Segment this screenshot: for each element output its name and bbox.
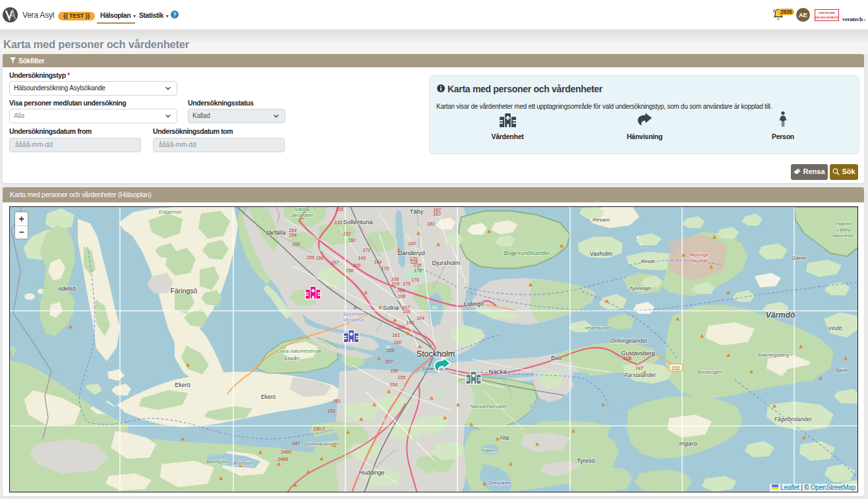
- svg-text:175: 175: [403, 281, 411, 286]
- svg-text:176: 176: [411, 278, 419, 282]
- svg-text:Järvafältet: Järvafältet: [290, 212, 314, 218]
- svg-text:Huddinge: Huddinge: [359, 469, 385, 476]
- svg-text:163: 163: [406, 320, 414, 325]
- svg-text:171: 171: [362, 248, 370, 252]
- svg-text:Storskogen: Storskogen: [697, 369, 722, 375]
- svg-text:156: 156: [316, 256, 324, 260]
- svg-text:159: 159: [386, 348, 394, 353]
- svg-text:Nacka: Nacka: [489, 368, 507, 375]
- svg-text:Boo: Boo: [551, 355, 562, 361]
- svg-text:Bornsjön: Bornsjön: [206, 459, 227, 465]
- svg-text:Västra: Västra: [295, 207, 309, 212]
- svg-text:Myttinge: Myttinge: [690, 252, 709, 258]
- svg-text:Farstalandet: Farstalandet: [624, 372, 656, 378]
- svg-text:151: 151: [328, 409, 335, 413]
- svg-text:Ekerö: Ekerö: [261, 394, 275, 400]
- svg-text:1460: 1460: [281, 450, 291, 454]
- svg-text:Solna: Solna: [383, 304, 399, 311]
- svg-text:163: 163: [397, 325, 405, 330]
- svg-text:Rindö: Rindö: [641, 258, 655, 264]
- svg-text:Flaten: Flaten: [482, 448, 496, 454]
- svg-text:Ingarö: Ingarö: [680, 440, 698, 447]
- svg-text:156: 156: [390, 368, 398, 373]
- svg-text:Djursholm: Djursholm: [432, 259, 461, 266]
- svg-text:Bromma: Bromma: [345, 317, 363, 323]
- svg-text:Bogesundslandet: Bogesundslandet: [504, 250, 550, 256]
- svg-text:Hjälmö: Hjälmö: [836, 221, 851, 227]
- svg-text:Resarö: Resarö: [593, 217, 610, 223]
- svg-text:Stockholm: Stockholm: [417, 349, 455, 359]
- svg-text:Ormingelandet: Ormingelandet: [610, 338, 647, 344]
- svg-text:151: 151: [623, 356, 631, 361]
- svg-text:Danderyd: Danderyd: [397, 249, 424, 256]
- svg-text:Gustavsberg: Gustavsberg: [621, 350, 654, 357]
- svg-text:182: 182: [433, 212, 441, 216]
- svg-text:Nackareservatet: Nackareservatet: [471, 403, 507, 409]
- svg-text:155: 155: [397, 375, 405, 380]
- svg-text:Gömmarskogen: Gömmarskogen: [304, 441, 339, 447]
- svg-text:181: 181: [427, 221, 435, 226]
- svg-text:758: 758: [345, 268, 353, 273]
- svg-text:166: 166: [403, 309, 411, 314]
- svg-text:164: 164: [417, 316, 424, 320]
- svg-text:Lova naturreservat: Lova naturreservat: [277, 348, 322, 354]
- svg-text:178: 178: [414, 268, 422, 273]
- svg-text:naturreser.: naturreser.: [832, 233, 855, 239]
- svg-text:Eldgarnsö: Eldgarnsö: [159, 209, 181, 215]
- svg-text:144: 144: [374, 260, 382, 264]
- svg-text:Stockholm: Stockholm: [342, 311, 365, 317]
- svg-text:160: 160: [408, 241, 416, 246]
- svg-text:1466: 1466: [277, 457, 288, 461]
- svg-text:154: 154: [390, 382, 397, 387]
- svg-text:169: 169: [391, 281, 399, 286]
- svg-text:Vaxholm: Vaxholm: [590, 250, 612, 257]
- svg-text:157: 157: [331, 260, 339, 265]
- svg-text:Tyresö: Tyresö: [577, 457, 594, 464]
- svg-text:Fågelbrolandet: Fågelbrolandet: [774, 416, 812, 423]
- svg-text:Ekerö: Ekerö: [175, 382, 190, 388]
- svg-text:Vindö: Vindö: [828, 325, 842, 332]
- svg-text:147: 147: [292, 441, 301, 446]
- svg-text:192: 192: [348, 238, 356, 243]
- svg-text:149: 149: [358, 256, 366, 260]
- svg-text:Gällnö: Gällnö: [792, 255, 806, 261]
- svg-text:751: 751: [333, 399, 341, 403]
- svg-text:147: 147: [635, 366, 644, 370]
- svg-text:150.2: 150.2: [313, 426, 325, 431]
- svg-text:Bornsjön: Bornsjön: [233, 460, 253, 466]
- svg-text:178: 178: [413, 263, 421, 268]
- svg-text:Lovån: Lovån: [285, 355, 299, 361]
- svg-text:Älta: Älta: [500, 434, 509, 441]
- svg-text:222: 222: [672, 365, 680, 371]
- svg-text:169: 169: [397, 288, 405, 293]
- svg-text:135: 135: [335, 207, 343, 212]
- svg-text:Skjutfält: Skjutfält: [691, 258, 709, 264]
- svg-text:Stakningsberg: Stakningsberg: [757, 352, 790, 358]
- svg-text:168: 168: [391, 277, 399, 281]
- svg-text:Färingsö: Färingsö: [171, 287, 198, 295]
- svg-text:154: 154: [289, 228, 297, 233]
- svg-text:168: 168: [397, 294, 405, 299]
- svg-text:155: 155: [292, 242, 300, 247]
- svg-text:Drevviken: Drevviken: [488, 480, 510, 486]
- svg-text:Sollentuna: Sollentuna: [343, 218, 374, 225]
- svg-text:133: 133: [334, 220, 342, 225]
- svg-text:Adelsö: Adelsö: [57, 285, 76, 292]
- svg-text:Lidingö: Lidingö: [464, 300, 484, 307]
- svg-text:Värmdö: Värmdö: [766, 310, 796, 320]
- svg-text:157: 157: [385, 359, 393, 364]
- svg-text:Järfälla: Järfälla: [266, 229, 286, 236]
- svg-text:161: 161: [392, 333, 400, 338]
- svg-text:160: 160: [393, 340, 401, 345]
- svg-text:169: 169: [353, 263, 361, 268]
- svg-text:✈: ✈: [353, 305, 358, 311]
- svg-text:170: 170: [381, 266, 389, 271]
- svg-text:156: 156: [306, 255, 314, 260]
- svg-text:Täby: Täby: [409, 208, 423, 215]
- svg-text:154: 154: [289, 233, 297, 237]
- svg-text:Tynningö: Tynningö: [629, 285, 651, 291]
- svg-text:Lådna: Lådna: [837, 227, 851, 233]
- svg-text:132: 132: [343, 231, 351, 236]
- svg-text:Velamsund: Velamsund: [584, 325, 609, 331]
- svg-text:Djurö: Djurö: [836, 367, 848, 373]
